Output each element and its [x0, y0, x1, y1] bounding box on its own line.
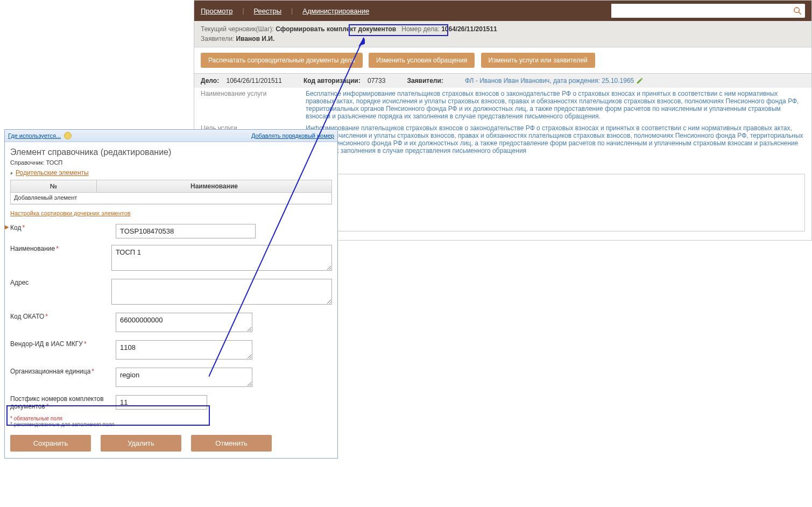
svg-point-0 — [794, 8, 799, 12]
dialog-buttons: Сохранить Удалить Отменить — [5, 429, 337, 458]
nav-link-admin[interactable]: Администрирование — [302, 7, 369, 15]
required-mark: * — [45, 313, 48, 320]
required-mark: * — [56, 245, 59, 252]
code-label: Код — [10, 224, 21, 231]
address-textarea[interactable] — [111, 279, 332, 305]
where-used-link[interactable]: Где используется... — [8, 132, 61, 139]
nav-separator: | — [291, 7, 293, 15]
form-notes: * обязательные поля * рекомендованные дл… — [10, 416, 332, 427]
pencil-icon[interactable] — [636, 77, 644, 84]
service-goal-value: Информирование плательщиков страховых вз… — [306, 124, 805, 154]
col-number: № — [11, 180, 97, 192]
vendor-textarea[interactable]: 1108 — [116, 340, 252, 360]
regulation-value: нет — [306, 159, 805, 166]
search-input[interactable] — [611, 4, 790, 18]
dict-label: Справочник: ТОСП — [10, 159, 332, 166]
auth-field-value: 07733 — [368, 77, 385, 84]
org-label: Организационная единица — [10, 368, 90, 375]
case-field-value: 1064/26/11/201511 — [227, 77, 282, 84]
applicants-label: Заявители: — [201, 35, 234, 43]
table-row: Добавляемый элемент — [11, 193, 331, 202]
service-name-label: Наименование услуги — [201, 90, 306, 120]
case-number-label: Номер дела: — [401, 25, 440, 33]
table-row: Наименование услуги Бесплатное информиро… — [201, 88, 805, 122]
name-label: Наименование — [10, 245, 55, 252]
sort-settings-link[interactable]: Настройка сортировки дочерних элементов — [10, 210, 332, 216]
okato-textarea[interactable]: 66000000000 — [116, 313, 252, 332]
reference-editor-dialog: Где используется... Добавлять порядковый… — [4, 129, 338, 459]
added-element-label: Добавляемый элемент — [11, 193, 331, 202]
required-mark: * — [22, 224, 25, 231]
postfix-label: Постфикс номеров комплектов документов — [10, 395, 104, 410]
reference-form: ▶ Код* Наименование* ТОСП 1 Адрес Код ОК… — [10, 221, 332, 413]
recommended-note: * рекомендованные для заполнения поля — [10, 421, 332, 427]
case-head-row: Дело: 1064/26/11/201511 Код авторизации:… — [194, 74, 811, 88]
search-box — [611, 4, 805, 18]
required-mark: * — [46, 403, 49, 410]
required-note: * обязательные поля — [10, 416, 62, 421]
parents-table: № Наименование Добавляемый элемент — [10, 180, 332, 205]
action-bar: Распечатать сопроводительные документы д… — [194, 47, 811, 73]
applicants-field-label: Заявители: — [407, 77, 443, 84]
collapse-icon[interactable]: ›› — [10, 170, 12, 176]
draft-value: Сформировать комплект документов — [276, 25, 396, 33]
dialog-titlebar: Где используется... Добавлять порядковый… — [5, 130, 337, 142]
applicant-link[interactable]: ФЛ - Иванов Иван Иванович, дата рождения… — [465, 77, 634, 84]
service-name-value: Бесплатное информирование плательщиков с… — [306, 90, 805, 120]
org-textarea[interactable]: region — [116, 368, 252, 387]
nav-link-view[interactable]: Просмотр — [201, 7, 232, 15]
dialog-heading: Элемент справочника (редактирование) — [10, 147, 332, 157]
code-input[interactable] — [116, 224, 256, 238]
crumbs: Текущий черновик(Шаг): Сформировать комп… — [194, 21, 811, 47]
dialog-body: Элемент справочника (редактирование) Спр… — [5, 142, 337, 429]
print-docs-button[interactable]: Распечатать сопроводительные документы д… — [201, 53, 363, 68]
name-textarea[interactable]: ТОСП 1 — [111, 245, 332, 271]
search-icon[interactable] — [790, 4, 805, 18]
case-number-value: 1064/26/11/201511 — [441, 25, 497, 33]
change-conditions-button[interactable]: Изменить условия обращения — [369, 53, 475, 68]
delete-button[interactable]: Удалить — [101, 435, 181, 452]
auth-field-label: Код авторизации: — [303, 77, 361, 84]
add-seq-link[interactable]: Добавлять порядковый номер — [251, 132, 334, 139]
save-button[interactable]: Сохранить — [10, 435, 91, 452]
okato-label: Код ОКАТО — [10, 313, 44, 320]
svg-line-1 — [799, 12, 801, 15]
lightbulb-icon — [64, 132, 72, 139]
cancel-button[interactable]: Отменить — [191, 435, 272, 452]
col-name: Наименование — [97, 180, 331, 192]
nav-link-registers[interactable]: Реестры — [254, 7, 282, 15]
change-services-button[interactable]: Изменить услуги или заявителей — [481, 53, 595, 68]
postfix-input[interactable] — [116, 395, 207, 410]
top-nav: Просмотр | Реестры | Администрирование — [194, 1, 811, 21]
vendor-label: Вендор-ИД в ИАС МКГУ — [10, 340, 83, 348]
address-label: Адрес — [10, 279, 29, 286]
case-field-label: Дело: — [201, 77, 219, 84]
row-marker-icon: ▶ — [5, 224, 9, 230]
parents-link[interactable]: Родительские элементы — [16, 169, 89, 177]
nav-separator: | — [242, 7, 244, 15]
required-mark: * — [84, 340, 87, 348]
applicants-value: Иванов И.И. — [236, 35, 275, 43]
draft-label: Текущий черновик(Шаг): — [201, 25, 274, 33]
required-mark: * — [91, 368, 94, 375]
